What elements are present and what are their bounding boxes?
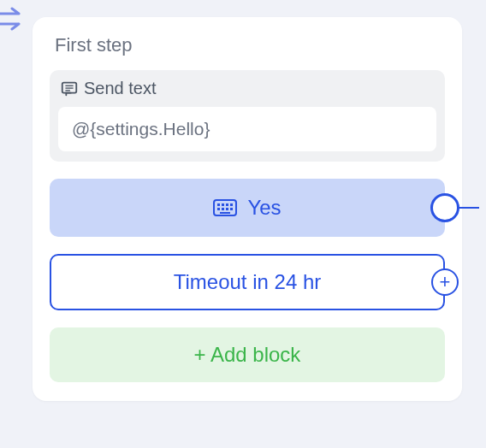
- yes-button-label: Yes: [247, 196, 281, 220]
- add-port-button[interactable]: +: [431, 268, 459, 296]
- timeout-button[interactable]: Timeout in 24 hr: [50, 254, 445, 310]
- plus-icon: +: [440, 273, 451, 292]
- output-port[interactable]: [430, 193, 459, 222]
- svg-rect-13: [220, 212, 230, 214]
- send-text-header: Send text: [58, 79, 436, 98]
- svg-rect-6: [222, 203, 224, 206]
- svg-rect-10: [222, 208, 224, 210]
- keyboard-icon: [213, 199, 237, 216]
- svg-rect-5: [217, 203, 220, 206]
- send-text-input[interactable]: @{settings.Hello}: [58, 107, 436, 151]
- connection-line: [459, 207, 479, 209]
- svg-rect-9: [217, 208, 220, 210]
- add-block-label: + Add block: [194, 343, 301, 366]
- text-message-icon: [60, 80, 79, 98]
- yes-button[interactable]: Yes: [50, 179, 445, 237]
- step-card: First step Send text @{settings.Hello}: [33, 17, 462, 401]
- timeout-button-label: Timeout in 24 hr: [174, 270, 322, 293]
- entry-arrow-icon: [0, 7, 27, 34]
- send-text-label: Send text: [84, 79, 157, 98]
- add-block-button[interactable]: + Add block: [50, 327, 445, 382]
- svg-rect-12: [230, 208, 233, 210]
- send-text-block[interactable]: Send text @{settings.Hello}: [50, 70, 445, 162]
- timeout-row: Timeout in 24 hr +: [50, 254, 445, 310]
- card-title: First step: [50, 34, 445, 56]
- svg-rect-8: [230, 203, 233, 206]
- svg-rect-7: [226, 203, 228, 206]
- svg-rect-11: [226, 208, 228, 210]
- yes-row: Yes: [50, 179, 445, 237]
